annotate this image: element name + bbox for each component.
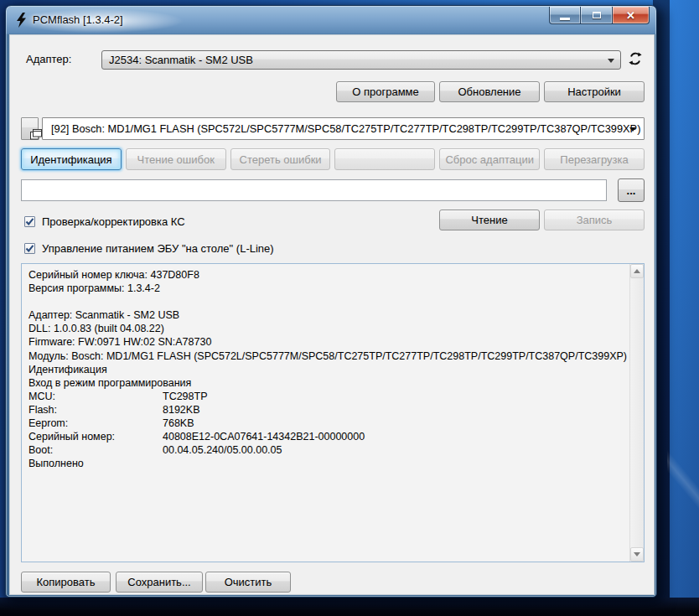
app-lightning-icon (14, 12, 29, 28)
triangle-down-icon (634, 552, 640, 556)
close-icon: ✕ (626, 10, 635, 21)
log-line: Flash:8192KB (28, 403, 629, 417)
module-combobox-value: [92] Bosch: MD1/MG1 FLASH (SPC572L/SPC57… (51, 122, 640, 135)
checkmark-icon (25, 244, 34, 253)
copy-button[interactable]: Копировать (21, 572, 111, 593)
log-line: Серийный номер:40808E12-0CA07641-14342B2… (28, 430, 629, 443)
chevron-down-icon (629, 127, 636, 132)
desktop-wallpaper-streak (667, 360, 699, 598)
read-errors-button[interactable]: Чтение ошибок (126, 148, 226, 170)
app-window: PCMflash [1.3.4-2] ✕ Адаптер: J2534: Sca… (5, 5, 657, 598)
log-line: Eeprom:768KB (28, 417, 629, 430)
log-line: MCU:TC298TP (28, 390, 629, 403)
log-line: Версия программы: 1.3.4-2 (28, 282, 629, 295)
client-area: Адаптер: J2534: Scanmatik - SM2 USB О пр… (9, 34, 655, 595)
action-buttons-row: Идентификация Чтение ошибок Стереть ошиб… (21, 148, 645, 170)
bench-power-checkbox[interactable] (24, 243, 35, 254)
maximize-button[interactable] (581, 7, 613, 24)
triangle-up-icon (634, 269, 640, 273)
log-line: Выполнено (28, 457, 629, 470)
log-line: Серийный номер ключа: 437D80F8 (28, 268, 629, 282)
module-list-button[interactable] (21, 117, 39, 140)
save-button[interactable]: Сохранить... (116, 572, 203, 593)
update-button[interactable]: Обновление (439, 81, 540, 102)
maximize-icon (593, 12, 601, 18)
adapter-refresh-button[interactable] (628, 51, 643, 66)
reset-adaptation-button[interactable]: Сброс адаптации (439, 148, 540, 170)
bench-power-checkbox-label[interactable]: Управление питанием ЭБУ "на столе" (L-Li… (42, 242, 274, 255)
reboot-button[interactable]: Перезагрузка (544, 148, 645, 170)
blank-button[interactable] (334, 148, 435, 170)
module-combobox[interactable]: [92] Bosch: MD1/MG1 FLASH (SPC572L/SPC57… (42, 117, 645, 140)
adapter-combobox[interactable]: J2534: Scanmatik - SM2 USB (101, 50, 621, 70)
log-line: Boot:00.04.05.240/05.00.00.05 (28, 443, 629, 457)
log-line: DLL: 1.0.0.83 (built 04.08.22) (28, 322, 629, 335)
adapter-combobox-value: J2534: Scanmatik - SM2 USB (109, 54, 253, 66)
desktop-bottom-band (0, 598, 699, 616)
minimize-icon (560, 18, 570, 20)
browse-button[interactable]: ... (618, 179, 645, 202)
window-controls: ✕ (549, 7, 650, 24)
window-title: PCMflash [1.3.4-2] (33, 13, 123, 26)
read-button[interactable]: Чтение (439, 210, 540, 230)
checkmark-icon (25, 217, 34, 226)
adapter-label: Адаптер: (26, 53, 71, 65)
log-text: Серийный номер ключа: 437D80F8Версия про… (22, 264, 629, 562)
log-line: Firmware: FW:0971 HW:02 SN:A78730 (28, 335, 629, 349)
chevron-down-icon (608, 59, 614, 63)
file-path-input[interactable] (21, 179, 607, 201)
log-line: Модуль: Bosch: MD1/MG1 FLASH (SPC572L/SP… (28, 349, 629, 363)
log-line (28, 295, 629, 308)
clear-errors-button[interactable]: Стереть ошибки (230, 148, 331, 170)
settings-button[interactable]: Настройки (544, 81, 645, 102)
write-button[interactable]: Запись (544, 210, 645, 230)
checksum-checkbox[interactable] (24, 216, 35, 227)
log-line: Идентификация (28, 363, 629, 376)
log-output[interactable]: Серийный номер ключа: 437D80F8Версия про… (21, 263, 645, 562)
identification-button[interactable]: Идентификация (21, 148, 122, 170)
minimize-button[interactable] (549, 7, 581, 24)
clear-button[interactable]: Очистить (205, 572, 291, 593)
checksum-checkbox-label[interactable]: Проверка/корректировка КС (42, 215, 185, 228)
scroll-up-button[interactable] (630, 264, 644, 278)
log-scrollbar[interactable] (629, 264, 644, 562)
log-line: Вход в режим программирования (28, 376, 629, 390)
close-button[interactable]: ✕ (613, 7, 650, 24)
log-line: Адаптер: Scanmatik - SM2 USB (28, 308, 629, 322)
about-button[interactable]: О программе (336, 81, 435, 102)
scroll-down-button[interactable] (630, 547, 644, 562)
